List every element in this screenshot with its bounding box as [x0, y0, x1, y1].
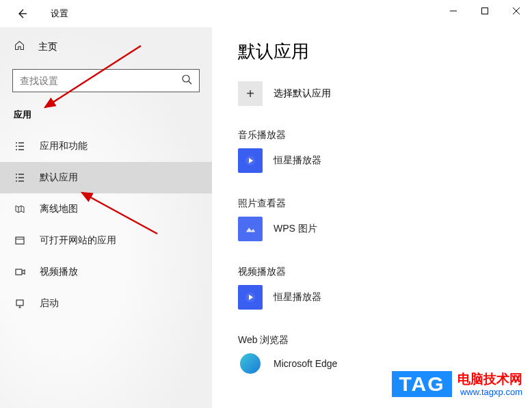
nav-label: 应用和功能 — [40, 140, 88, 152]
nav-list: 应用和功能 默认应用 离线地图 可打开网站的应用 视频播放 启动 — [0, 131, 212, 319]
nav-label: 可打开网站的应用 — [40, 234, 116, 247]
maximize-button[interactable] — [469, 0, 501, 22]
search-icon — [181, 74, 192, 87]
website-icon — [14, 235, 26, 246]
nav-video-playback[interactable]: 视频播放 — [0, 256, 212, 288]
photo-icon — [238, 217, 263, 241]
app-name: 恒星播放器 — [274, 154, 321, 167]
svg-rect-6 — [16, 237, 24, 244]
nav-offline-maps[interactable]: 离线地图 — [0, 193, 212, 225]
nav-apps-for-websites[interactable]: 可打开网站的应用 — [0, 225, 212, 256]
play-icon — [238, 148, 263, 173]
svg-rect-8 — [16, 300, 23, 305]
tag-url: www.tagxp.com — [457, 387, 522, 397]
nav-label: 视频播放 — [40, 266, 78, 278]
home-label: 主页 — [38, 41, 57, 53]
search-input[interactable] — [20, 75, 181, 86]
choose-default-app[interactable]: + 选择默认应用 — [238, 81, 532, 106]
svg-rect-7 — [16, 269, 22, 275]
section-video: 视频播放器 — [238, 266, 532, 278]
page-title: 默认应用 — [238, 40, 532, 64]
section-photos: 照片查看器 — [238, 198, 532, 210]
nav-label: 默认应用 — [40, 172, 78, 184]
nav-label: 启动 — [40, 297, 59, 310]
tag-box: TAG — [392, 371, 451, 397]
svg-line-5 — [189, 81, 191, 84]
main-content: 默认应用 + 选择默认应用 音乐播放器 恒星播放器 照片查看器 WPS 图片 视… — [212, 27, 532, 408]
app-name: 恒星播放器 — [274, 291, 321, 303]
app-name: Microsoft Edge — [274, 358, 337, 369]
category-label: 应用 — [0, 92, 212, 131]
close-button[interactable] — [501, 0, 532, 22]
watermark-badge: TAG 电脑技术网 www.tagxp.com — [392, 370, 522, 397]
photo-viewer-app[interactable]: WPS 图片 — [238, 217, 532, 241]
map-icon — [14, 204, 26, 215]
nav-default-apps[interactable]: 默认应用 — [0, 162, 212, 193]
play-icon — [238, 285, 263, 310]
svg-rect-1 — [482, 8, 488, 14]
window-title: 设置 — [51, 8, 68, 20]
music-player-app[interactable]: 恒星播放器 — [238, 148, 532, 173]
back-button[interactable] — [12, 4, 31, 23]
defaults-icon — [14, 172, 26, 183]
plus-icon: + — [238, 81, 263, 106]
sidebar: 主页 应用 应用和功能 默认应用 离线地图 可打开网 — [0, 27, 212, 408]
tag-text: 电脑技术网 — [457, 370, 522, 388]
list-icon — [14, 141, 26, 152]
nav-apps-features[interactable]: 应用和功能 — [0, 131, 212, 162]
section-music: 音乐播放器 — [238, 129, 532, 141]
home-icon — [14, 40, 26, 54]
minimize-button[interactable] — [438, 0, 469, 22]
video-player-app[interactable]: 恒星播放器 — [238, 285, 532, 310]
video-icon — [14, 267, 26, 277]
nav-startup[interactable]: 启动 — [0, 288, 212, 319]
svg-point-4 — [183, 75, 189, 82]
edge-icon — [240, 353, 261, 374]
choose-label: 选择默认应用 — [274, 87, 331, 100]
home-link[interactable]: 主页 — [0, 34, 212, 59]
nav-label: 离线地图 — [40, 203, 78, 215]
search-input-container[interactable] — [12, 69, 200, 92]
section-browser: Web 浏览器 — [238, 334, 532, 346]
startup-icon — [14, 298, 26, 309]
app-name: WPS 图片 — [274, 223, 317, 235]
